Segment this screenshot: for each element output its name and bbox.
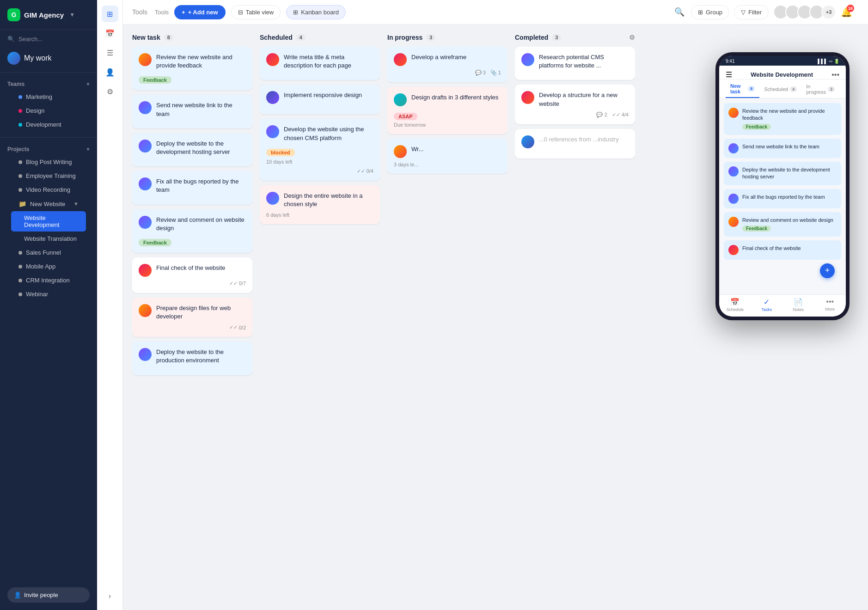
hamburger-icon[interactable]: ☰ bbox=[726, 70, 732, 79]
settings-view-btn[interactable]: ⚙ bbox=[102, 83, 118, 100]
sidebar-item-blog-post-writing[interactable]: Blog Post Writing bbox=[11, 155, 86, 169]
sidebar-item-website-development[interactable]: Website Development bbox=[11, 211, 86, 232]
card-research-cms[interactable]: Research potential CMS platforms for web… bbox=[515, 47, 635, 80]
card-avatar bbox=[266, 125, 279, 138]
card-meta-title[interactable]: Write meta title & meta description for … bbox=[260, 47, 380, 80]
card-avatar bbox=[521, 91, 534, 104]
sidebar-item-employee-training[interactable]: Employee Training bbox=[11, 169, 86, 183]
card-references[interactable]: ...0 references from ...industry bbox=[515, 129, 635, 159]
feedback-tag: Feedback bbox=[742, 226, 771, 232]
card-avatar bbox=[139, 348, 152, 361]
card-header: Review and comment on website design bbox=[139, 216, 246, 232]
notification-button[interactable]: 🔔 16 bbox=[841, 6, 852, 18]
card-structure-website[interactable]: Develop a structure for a new website 💬 … bbox=[515, 85, 635, 124]
sidebar-item-mobile-app[interactable]: Mobile App bbox=[11, 260, 86, 273]
dot-icon bbox=[18, 123, 22, 127]
card-final-check[interactable]: Final check of the website ✓✓ 0/7 bbox=[132, 257, 252, 293]
phone-card-title: Fix all the bugs reported by the team bbox=[742, 194, 825, 201]
table-view-button[interactable]: ⊟ Table view bbox=[231, 5, 281, 19]
kanban-view-btn[interactable]: ⊞ bbox=[102, 6, 118, 22]
add-team-btn[interactable]: + bbox=[86, 81, 90, 87]
phone-card-avatar bbox=[728, 245, 739, 255]
feedback-tag: Feedback bbox=[139, 76, 171, 84]
collapse-sidebar-btn[interactable]: › bbox=[102, 588, 118, 604]
card-develop-cms[interactable]: Develop the website using the chosen CMS… bbox=[260, 119, 380, 180]
phone-tab-in-progress[interactable]: In progress 3 bbox=[801, 79, 839, 98]
subtasks-count: ✓✓ 0/7 bbox=[229, 281, 246, 287]
more-options-icon[interactable]: ••• bbox=[831, 71, 839, 79]
fab-add-button[interactable]: + bbox=[820, 263, 835, 278]
avatar-more[interactable]: +3 bbox=[821, 5, 836, 19]
sidebar-item-new-website[interactable]: 📁 New Website ▼ bbox=[11, 197, 86, 211]
sidebar-item-marketing[interactable]: Marketing bbox=[11, 90, 86, 104]
sidebar-item-label: Development bbox=[26, 121, 61, 128]
card-responsive-design[interactable]: Implement responsive design bbox=[260, 85, 380, 114]
phone-nav-more[interactable]: ••• More bbox=[814, 298, 846, 312]
blocked-tag: blocked bbox=[266, 149, 295, 156]
card-title: Write meta title & meta description for … bbox=[284, 53, 373, 70]
phone-card-4[interactable]: Fix all the bugs reported by the team bbox=[724, 189, 841, 208]
sidebar-item-crm-integration[interactable]: CRM Integration bbox=[11, 274, 86, 287]
phone-card-6[interactable]: Final check of the website bbox=[724, 240, 841, 260]
user-view-btn[interactable]: 👤 bbox=[102, 64, 118, 80]
sidebar-item-development[interactable]: Development bbox=[11, 118, 86, 131]
dot-icon bbox=[18, 251, 22, 255]
card-title: Design drafts in 3 different styles bbox=[411, 93, 498, 102]
group-icon: ⊞ bbox=[698, 9, 703, 16]
phone-card-avatar bbox=[728, 217, 739, 227]
sidebar-item-website-translation[interactable]: Website Translation bbox=[11, 232, 86, 245]
card-fix-bugs[interactable]: Fix all the bugs reported by the team bbox=[132, 171, 252, 204]
card-in-progress-3[interactable]: Wr... 3 days le... bbox=[387, 139, 507, 174]
card-deploy-dev[interactable]: Deploy the website to the development ho… bbox=[132, 133, 252, 166]
group-button[interactable]: ⊞ Group bbox=[691, 5, 729, 19]
invite-people-button[interactable]: 👤 Invite people bbox=[7, 587, 90, 603]
phone-card-3[interactable]: Deploy the website to the development ho… bbox=[724, 162, 841, 185]
phone-card-content: Review and comment on website design Fee… bbox=[742, 217, 833, 232]
card-header: Develop the website using the chosen CMS… bbox=[266, 125, 373, 142]
phone-nav-schedule[interactable]: 📅 Schedule bbox=[719, 298, 751, 312]
list-view-btn[interactable]: ☰ bbox=[102, 44, 118, 61]
column-title: Scheduled bbox=[260, 34, 293, 41]
card-design-drafts[interactable]: Design drafts in 3 different styles ASAP… bbox=[387, 87, 507, 134]
sidebar-item-sales-funnel[interactable]: Sales Funnel bbox=[11, 246, 86, 259]
team-avatars: +3 bbox=[773, 5, 836, 19]
search-button[interactable]: 🔍 bbox=[672, 5, 686, 19]
sidebar-item-webinar[interactable]: Webinar bbox=[11, 287, 86, 301]
card-send-link[interactable]: Send new website link to the team bbox=[132, 95, 252, 128]
tab-label: New task bbox=[730, 83, 746, 94]
card-review-design[interactable]: Review and comment on website design Fee… bbox=[132, 209, 252, 253]
group-label: Group bbox=[706, 9, 722, 16]
phone-card-5[interactable]: Review and comment on website design Fee… bbox=[724, 212, 841, 237]
app-logo[interactable]: G GIM Agency ▼ bbox=[0, 0, 97, 30]
phone-card-1[interactable]: Review the new website and provide feedb… bbox=[724, 103, 841, 135]
phone-nav-notes[interactable]: 📄 Notes bbox=[782, 298, 814, 312]
sidebar-item-label: CRM Integration bbox=[26, 277, 70, 284]
sidebar-item-label: Mobile App bbox=[26, 263, 55, 270]
sidebar-item-video-recording[interactable]: Video Recording bbox=[11, 183, 86, 196]
card-prepare-design[interactable]: Prepare design files for web developer ✓… bbox=[132, 298, 252, 337]
kanban-board-button[interactable]: ⊞ Kanban board bbox=[286, 5, 346, 19]
sidebar-item-design[interactable]: Design bbox=[11, 104, 86, 117]
phone-tab-new-task[interactable]: New task 8 bbox=[726, 79, 759, 98]
card-design-style[interactable]: Design the entire website in a chosen st… bbox=[260, 185, 380, 224]
my-work-item[interactable]: My work bbox=[0, 48, 97, 68]
phone-bottom-nav: 📅 Schedule ✓ Tasks 📄 Notes ••• More bbox=[719, 294, 846, 317]
toolbar-strip: ⊞ 📅 ☰ 👤 ⚙ › bbox=[97, 0, 123, 610]
phone-card-2[interactable]: Send new website link to the team bbox=[724, 139, 841, 158]
phone-nav-tasks[interactable]: ✓ Tasks bbox=[751, 298, 783, 312]
card-wireframe[interactable]: Develop a wireframe 💬 3 📎 1 bbox=[387, 47, 507, 82]
card-deploy-prod[interactable]: Deploy the website to the production env… bbox=[132, 342, 252, 375]
phone-app-title: Website Development bbox=[751, 71, 813, 78]
sidebar: G GIM Agency ▼ 🔍 Search... My work Teams… bbox=[0, 0, 97, 610]
phone-tab-scheduled[interactable]: Scheduled 4 bbox=[759, 79, 801, 98]
calendar-view-btn[interactable]: 📅 bbox=[102, 25, 118, 42]
search-bar[interactable]: 🔍 Search... bbox=[0, 30, 97, 48]
add-new-button[interactable]: + + Add new bbox=[174, 5, 225, 19]
filter-button[interactable]: ▽ Filter bbox=[734, 5, 769, 19]
add-project-btn[interactable]: + bbox=[86, 146, 90, 152]
column-settings-icon[interactable]: ⚙ bbox=[629, 34, 635, 41]
sidebar-item-label: New Website bbox=[30, 201, 65, 207]
card-title: Research potential CMS platforms for web… bbox=[539, 53, 629, 70]
phone-cards-list: Review the new website and provide feedb… bbox=[719, 98, 846, 294]
card-review-new-website[interactable]: Review the new website and provide feedb… bbox=[132, 47, 252, 90]
